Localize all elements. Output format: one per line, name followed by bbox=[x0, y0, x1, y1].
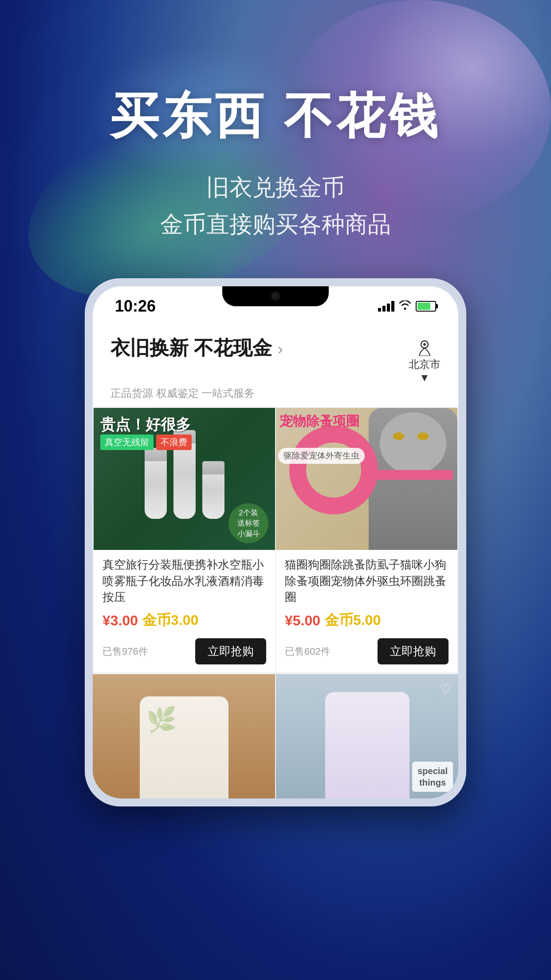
product1-price-cny: ¥3.00 bbox=[102, 612, 138, 629]
product2-buy-button[interactable]: 立即抢购 bbox=[378, 638, 449, 664]
product1-badge-red: 不浪费 bbox=[156, 435, 192, 450]
special-badge-line2: things bbox=[417, 777, 448, 788]
phone-mockup: 10:26 bbox=[85, 278, 466, 806]
phone-frame: 10:26 bbox=[85, 278, 466, 806]
app-main-title: 衣旧换新 不花现金 bbox=[110, 337, 272, 359]
cat-body bbox=[369, 408, 457, 550]
location-chevron: ▼ bbox=[419, 371, 430, 384]
cat-face bbox=[380, 412, 446, 474]
location-text: 北京市 bbox=[409, 357, 441, 371]
camera-dot bbox=[271, 292, 280, 300]
phone-notch bbox=[222, 286, 329, 306]
location-widget[interactable]: 北京市 ▼ bbox=[409, 335, 441, 384]
product1-sold: 已售976件 bbox=[102, 645, 148, 658]
svg-point-1 bbox=[423, 343, 426, 346]
clothing-pattern: 🌿 bbox=[146, 705, 177, 734]
subtitle-line1: 旧衣兑换金币 bbox=[160, 169, 391, 206]
battery-icon bbox=[416, 301, 436, 312]
hero-subtitle: 旧衣兑换金币 金币直接购买各种商品 bbox=[160, 169, 391, 243]
header-subtitle: 正品货源 权威鉴定 一站式服务 bbox=[110, 386, 441, 400]
product1-pricing: ¥3.00 金币3.00 bbox=[102, 611, 266, 630]
cat-collar bbox=[373, 470, 453, 480]
products-section: 贵点！好很多 真空无残留 不浪费 2个装 送标签 小漏斗 bbox=[93, 407, 458, 798]
header-title-area: 衣旧换新 不花现金 › bbox=[110, 335, 283, 361]
phone-screen: 10:26 bbox=[93, 286, 458, 798]
product2-info: 猫圈狗圈除跳蚤防虱子猫咪小狗除蚤项圈宠物体外驱虫环圈跳蚤圈 ¥5.00 金币5.… bbox=[276, 550, 457, 635]
clothing-figure: 🌿 bbox=[140, 696, 228, 798]
app-header: 衣旧换新 不花现金 › bbox=[93, 326, 458, 407]
product2-sold: 已售602件 bbox=[285, 645, 331, 658]
product1-headline: 贵点！好很多 bbox=[100, 415, 191, 435]
heart-icon: ♡ bbox=[440, 681, 452, 696]
page-content: 买东西 不花钱 旧衣兑换金币 金币直接购买各种商品 10:26 bbox=[0, 0, 551, 980]
bottom-card-1: 🌿 bbox=[93, 674, 275, 798]
wifi-icon bbox=[399, 300, 411, 313]
bottom-img-clothing: 🌿 bbox=[93, 674, 275, 798]
hero-title: 买东西 不花钱 bbox=[110, 89, 441, 142]
bottom-card-2: ♡ special things bbox=[276, 674, 458, 798]
products-grid: 贵点！好很多 真空无残留 不浪费 2个装 送标签 小漏斗 bbox=[93, 407, 458, 673]
bottom-img-girl: ♡ special things bbox=[276, 674, 458, 798]
signal-icon bbox=[378, 301, 394, 312]
collar-ring bbox=[289, 426, 378, 514]
header-arrow[interactable]: › bbox=[278, 340, 283, 358]
subtitle-line2: 金币直接购买各种商品 bbox=[160, 206, 391, 243]
product2-title: 宠物除蚤项圈 bbox=[279, 413, 366, 429]
product-card-1: 贵点！好很多 真空无残留 不浪费 2个装 送标签 小漏斗 bbox=[94, 408, 275, 672]
girl-figure bbox=[325, 692, 409, 798]
status-icons bbox=[378, 300, 436, 313]
product1-badges: 真空无残留 不浪费 bbox=[100, 435, 192, 450]
product2-desc: 猫圈狗圈除跳蚤防虱子猫咪小狗除蚤项圈宠物体外驱虫环圈跳蚤圈 bbox=[285, 557, 449, 605]
product1-badge-green: 真空无残留 bbox=[100, 435, 153, 450]
product-image-2: 宠物除蚤项圈 驱除爱宠体外寄生虫 bbox=[276, 408, 457, 550]
product2-footer: 已售602件 立即抢购 bbox=[276, 635, 457, 672]
product-image-1: 贵点！好很多 真空无残留 不浪费 2个装 送标签 小漏斗 bbox=[94, 408, 275, 550]
product-card-2: 宠物除蚤项圈 驱除爱宠体外寄生虫 猫圈狗圈除跳蚤防虱子猫咪小狗除蚤项圈宠物体外驱… bbox=[276, 408, 457, 672]
status-time: 10:26 bbox=[115, 297, 156, 316]
product1-circle-badge: 2个装 送标签 小漏斗 bbox=[228, 503, 268, 543]
product2-price-coins: 金币5.00 bbox=[325, 611, 381, 630]
product2-price-cny: ¥5.00 bbox=[285, 612, 320, 629]
bottle-3 bbox=[202, 461, 224, 519]
collar-visual: 宠物除蚤项圈 驱除爱宠体外寄生虫 bbox=[276, 408, 457, 550]
location-icon bbox=[413, 335, 436, 357]
special-badge-line1: special bbox=[417, 765, 448, 777]
product2-pricing: ¥5.00 金币5.00 bbox=[285, 611, 449, 630]
product1-desc: 真空旅行分装瓶便携补水空瓶小喷雾瓶子化妆品水乳液酒精消毒按压 bbox=[102, 557, 266, 605]
product1-footer: 已售976件 立即抢购 bbox=[94, 635, 275, 672]
product1-buy-button[interactable]: 立即抢购 bbox=[195, 638, 266, 664]
special-things-badge: special things bbox=[412, 762, 453, 792]
status-bar: 10:26 bbox=[93, 286, 458, 326]
product1-price-coins: 金币3.00 bbox=[142, 611, 198, 630]
bottle-1 bbox=[145, 448, 167, 519]
bottom-products: 🌿 ♡ special things bbox=[93, 674, 458, 798]
header-top: 衣旧换新 不花现金 › bbox=[110, 335, 441, 384]
product2-badge: 驱除爱宠体外寄生虫 bbox=[278, 448, 365, 464]
product1-info: 真空旅行分装瓶便携补水空瓶小喷雾瓶子化妆品水乳液酒精消毒按压 ¥3.00 金币3… bbox=[94, 550, 275, 635]
